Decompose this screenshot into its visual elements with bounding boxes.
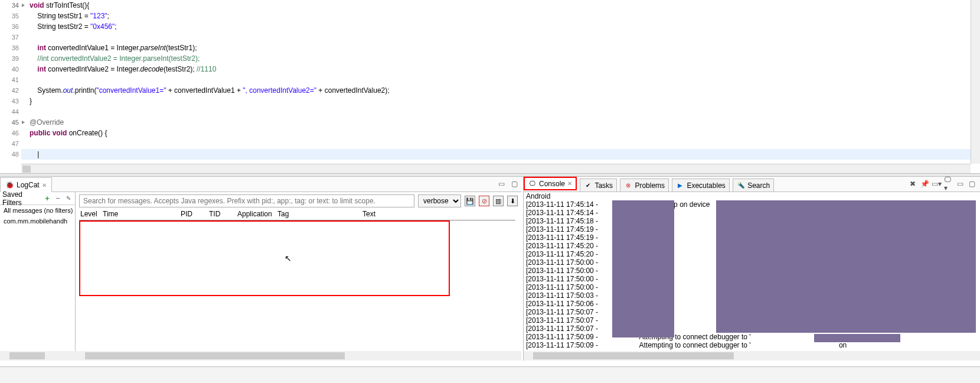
console-tab-bar: 🖵 Console ✕ ✔Tasks ⊗Problems ▶Executable…: [524, 177, 980, 192]
filter-list[interactable]: All messages (no filters) com.mm.mobileh…: [0, 205, 75, 226]
save-log-button[interactable]: 💾: [465, 196, 475, 206]
add-filter-button[interactable]: +: [43, 194, 51, 203]
console-title: Android: [526, 192, 978, 200]
console-tab[interactable]: 🖵 Console ✕: [524, 177, 577, 190]
maximize-icon[interactable]: ▢: [967, 179, 976, 189]
clear-console-button[interactable]: ✖: [908, 179, 917, 189]
problems-tab[interactable]: ⊗Problems: [620, 178, 669, 192]
status-bar: [0, 366, 980, 383]
maximize-icon[interactable]: ▢: [509, 179, 519, 189]
edit-filter-button[interactable]: ✎: [64, 194, 73, 203]
console-view: 🖵 Console ✕ ✔Tasks ⊗Problems ▶Executable…: [523, 177, 980, 361]
tasks-icon: ✔: [584, 181, 592, 190]
line-number-gutter: 34 35 36 37 38 39 40 41 42 43 44 45 46 4…: [0, 0, 21, 164]
clear-log-button[interactable]: ⊘: [479, 196, 489, 206]
logcat-tab-label: LogCat: [17, 181, 40, 189]
saved-filters-panel: Saved Filters + − ✎ All messages (no fil…: [0, 192, 76, 361]
code-editor[interactable]: 34 35 36 37 38 39 40 41 42 43 44 45 46 4…: [0, 0, 980, 173]
logcat-toolbar: verbose 💾 ⊘ ▥ ⬇: [76, 192, 521, 210]
close-icon[interactable]: ✕: [567, 180, 572, 187]
minimize-icon[interactable]: ▭: [955, 179, 965, 189]
editor-overview-ruler[interactable]: [971, 0, 980, 164]
logcat-view: 🐞 LogCat ✕ ▭ ▢ Saved Filters + − ✎: [0, 177, 521, 361]
close-icon[interactable]: ✕: [42, 182, 47, 189]
cursor-icon: ↖: [285, 254, 292, 263]
redaction-block: [814, 334, 900, 342]
logcat-horizontal-scrollbar[interactable]: [76, 351, 521, 361]
executables-icon: ▶: [676, 181, 684, 190]
scroll-lock-button[interactable]: ⬇: [507, 196, 518, 206]
logcat-icon: 🐞: [5, 181, 14, 189]
minimize-icon[interactable]: ▭: [496, 179, 506, 189]
filter-item[interactable]: com.mm.mobilehandh: [0, 216, 75, 226]
search-icon: 🔦: [737, 181, 745, 190]
log-level-select[interactable]: verbose: [418, 194, 461, 207]
saved-filters-label: Saved Filters: [2, 190, 43, 207]
search-input[interactable]: [79, 194, 414, 207]
log-table[interactable]: Level Time PID TID Application Tag Text …: [79, 210, 515, 350]
problems-icon: ⊗: [624, 181, 632, 190]
filters-horizontal-scrollbar[interactable]: [0, 351, 76, 361]
code-content[interactable]: void strToIntTest(){ String testStr1 = "…: [21, 0, 971, 164]
console-horizontal-scrollbar[interactable]: [524, 351, 980, 361]
tasks-tab[interactable]: ✔Tasks: [580, 178, 617, 192]
redaction-block: [612, 200, 674, 337]
redaction-block: [716, 200, 976, 333]
log-table-headers: Level Time PID TID Application Tag Text: [79, 210, 515, 220]
display-selected-button[interactable]: ▭▾: [932, 179, 941, 189]
annotation-highlight: [79, 220, 450, 296]
console-icon: 🖵: [528, 180, 537, 188]
executables-tab[interactable]: ▶Executables: [672, 178, 729, 192]
remove-filter-button[interactable]: −: [54, 194, 62, 203]
logcat-tab-bar: 🐞 LogCat ✕ ▭ ▢: [0, 177, 521, 192]
pin-console-button[interactable]: 📌: [920, 179, 929, 189]
console-line: [2013-11-11 17:50:09 - Attempting to con…: [526, 341, 978, 349]
display-toggle-button[interactable]: ▥: [493, 196, 504, 206]
filter-item[interactable]: All messages (no filters): [0, 205, 75, 216]
open-console-button[interactable]: 🖵▾: [943, 179, 953, 189]
search-tab[interactable]: 🔦Search: [733, 178, 774, 192]
console-output[interactable]: Android [2013-11-11 17:45:14 - HOME is u…: [524, 192, 980, 351]
editor-horizontal-scrollbar[interactable]: [21, 164, 971, 173]
console-line: [2013-11-11 17:50:09 - Attempting to con…: [526, 333, 978, 341]
